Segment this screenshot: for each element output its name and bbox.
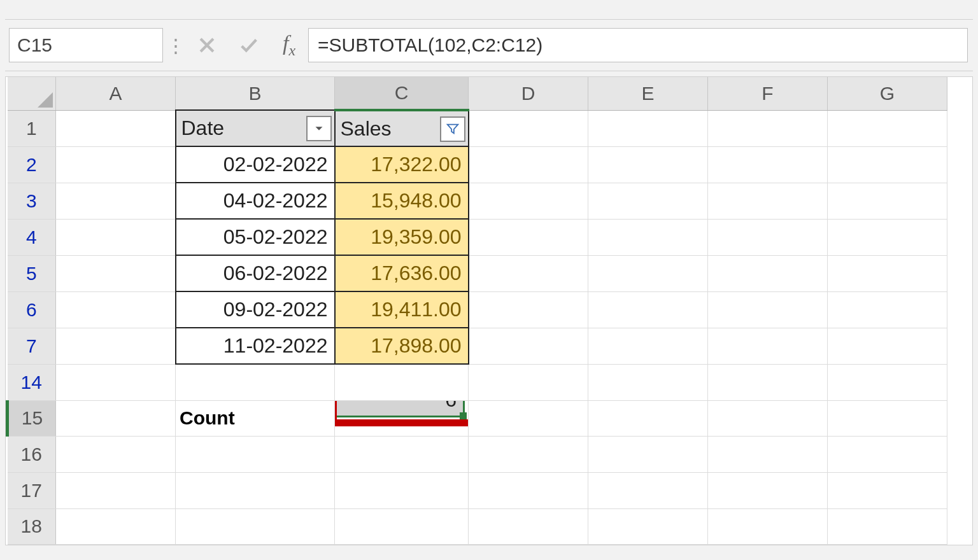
cell[interactable] bbox=[828, 146, 947, 183]
row-header[interactable]: 3 bbox=[8, 183, 56, 219]
cell[interactable] bbox=[469, 255, 588, 291]
cell[interactable] bbox=[469, 400, 588, 436]
cell[interactable] bbox=[708, 472, 828, 508]
cell[interactable] bbox=[588, 219, 708, 255]
cell[interactable] bbox=[828, 472, 947, 508]
cell[interactable] bbox=[56, 110, 176, 146]
cell[interactable] bbox=[56, 255, 176, 291]
cell[interactable] bbox=[56, 364, 176, 400]
cell[interactable] bbox=[588, 183, 708, 219]
cell[interactable] bbox=[588, 400, 708, 436]
cell[interactable] bbox=[588, 364, 708, 400]
name-box[interactable]: C15 bbox=[9, 28, 163, 62]
col-header-A[interactable]: A bbox=[56, 77, 176, 110]
cell[interactable] bbox=[588, 508, 708, 544]
cell[interactable] bbox=[828, 328, 947, 364]
cell[interactable] bbox=[588, 328, 708, 364]
row-header[interactable]: 2 bbox=[8, 146, 56, 183]
cell[interactable] bbox=[176, 472, 335, 508]
cell[interactable] bbox=[176, 436, 335, 472]
cell[interactable] bbox=[469, 146, 588, 183]
row-header[interactable]: 4 bbox=[8, 219, 56, 255]
row-header[interactable]: 18 bbox=[8, 508, 56, 544]
cell[interactable] bbox=[588, 436, 708, 472]
row-header[interactable]: 6 bbox=[8, 291, 56, 328]
cell[interactable] bbox=[708, 400, 828, 436]
selected-cell[interactable]: 6 bbox=[335, 400, 469, 436]
accept-formula-button[interactable] bbox=[228, 31, 270, 60]
cell[interactable] bbox=[56, 400, 176, 436]
cell[interactable] bbox=[708, 146, 828, 183]
cell[interactable] bbox=[469, 328, 588, 364]
cell-sales[interactable]: 17,898.00 bbox=[335, 328, 469, 364]
cell[interactable] bbox=[708, 291, 828, 328]
cell[interactable] bbox=[708, 110, 828, 146]
cell[interactable] bbox=[828, 255, 947, 291]
select-all-button[interactable] bbox=[8, 77, 56, 110]
cell[interactable] bbox=[176, 508, 335, 544]
cell[interactable] bbox=[469, 436, 588, 472]
cell[interactable] bbox=[708, 219, 828, 255]
cell-date[interactable]: 06-02-2022 bbox=[176, 255, 335, 291]
cell-sales[interactable]: 19,411.00 bbox=[335, 291, 469, 328]
cell[interactable] bbox=[708, 183, 828, 219]
cell[interactable] bbox=[469, 472, 588, 508]
filter-dropdown-icon[interactable] bbox=[306, 116, 332, 141]
cell[interactable] bbox=[708, 364, 828, 400]
cancel-formula-button[interactable] bbox=[186, 31, 228, 60]
cell[interactable] bbox=[828, 291, 947, 328]
cell-sales[interactable]: 19,359.00 bbox=[335, 219, 469, 255]
cell[interactable] bbox=[469, 291, 588, 328]
cell[interactable] bbox=[176, 364, 335, 400]
cell[interactable] bbox=[335, 472, 469, 508]
cell-sales[interactable]: 17,322.00 bbox=[335, 146, 469, 183]
cell-date[interactable]: 04-02-2022 bbox=[176, 183, 335, 219]
cell[interactable] bbox=[828, 183, 947, 219]
cell-sales[interactable]: 17,636.00 bbox=[335, 255, 469, 291]
row-header[interactable]: 1 bbox=[8, 110, 56, 146]
row-header[interactable]: 7 bbox=[8, 328, 56, 364]
cell[interactable] bbox=[828, 436, 947, 472]
cell-date[interactable]: 09-02-2022 bbox=[176, 291, 335, 328]
cell[interactable] bbox=[828, 400, 947, 436]
cell[interactable] bbox=[56, 146, 176, 183]
col-header-E[interactable]: E bbox=[588, 77, 708, 110]
cell[interactable] bbox=[708, 436, 828, 472]
cell[interactable] bbox=[56, 219, 176, 255]
cell[interactable] bbox=[469, 110, 588, 146]
cell-sales[interactable]: 15,948.00 bbox=[335, 183, 469, 219]
cell[interactable] bbox=[828, 508, 947, 544]
cell[interactable] bbox=[335, 436, 469, 472]
cell[interactable] bbox=[56, 508, 176, 544]
cell[interactable] bbox=[588, 146, 708, 183]
filter-header-sales[interactable]: Sales bbox=[335, 110, 469, 146]
cell[interactable] bbox=[588, 255, 708, 291]
row-header[interactable]: 5 bbox=[8, 255, 56, 291]
cell[interactable] bbox=[56, 472, 176, 508]
cell[interactable] bbox=[708, 255, 828, 291]
cell[interactable] bbox=[335, 364, 469, 400]
cell[interactable] bbox=[56, 291, 176, 328]
row-header[interactable]: 17 bbox=[8, 472, 56, 508]
col-header-F[interactable]: F bbox=[708, 77, 828, 110]
filter-header-date[interactable]: Date bbox=[176, 110, 335, 146]
row-header-active[interactable]: 15 bbox=[8, 400, 56, 436]
insert-function-button[interactable]: fx bbox=[270, 31, 308, 59]
cell[interactable] bbox=[469, 183, 588, 219]
cell[interactable] bbox=[828, 364, 947, 400]
cell[interactable] bbox=[335, 508, 469, 544]
cell[interactable] bbox=[56, 328, 176, 364]
cell[interactable] bbox=[588, 110, 708, 146]
cell[interactable] bbox=[588, 291, 708, 328]
cell-date[interactable]: 02-02-2022 bbox=[176, 146, 335, 183]
col-header-G[interactable]: G bbox=[828, 77, 947, 110]
col-header-C[interactable]: C bbox=[335, 77, 469, 110]
count-label-cell[interactable]: Count bbox=[176, 400, 335, 436]
row-header[interactable]: 16 bbox=[8, 436, 56, 472]
col-header-D[interactable]: D bbox=[469, 77, 588, 110]
cell[interactable] bbox=[469, 364, 588, 400]
col-header-B[interactable]: B bbox=[176, 77, 335, 110]
cell[interactable] bbox=[469, 219, 588, 255]
cell[interactable] bbox=[469, 508, 588, 544]
cell-date[interactable]: 11-02-2022 bbox=[176, 328, 335, 364]
